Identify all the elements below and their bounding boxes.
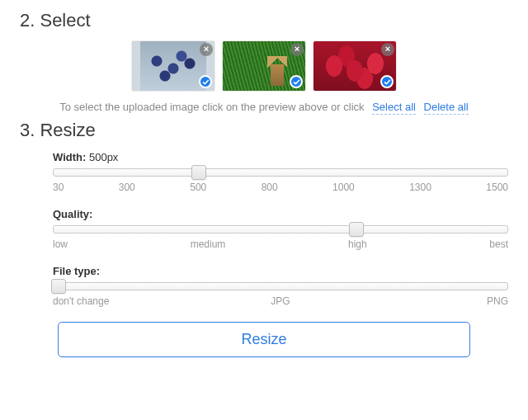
thumb-blueberries[interactable]: × (132, 41, 214, 91)
width-label-text: Width: (53, 151, 86, 163)
step-select-heading: 2. Select (20, 10, 508, 31)
slider-handle[interactable] (349, 222, 364, 237)
width-label: Width: 500px (53, 151, 508, 163)
select-all-link[interactable]: Select all (372, 101, 416, 115)
thumbnail-row: × × × (20, 41, 508, 91)
resize-button[interactable]: Resize (58, 322, 470, 357)
width-slider[interactable] (53, 168, 508, 177)
width-ticks: 30 300 500 800 1000 1300 1500 (53, 182, 508, 193)
step-resize-heading: 3. Resize (20, 120, 508, 141)
filetype-label: File type: (53, 265, 508, 277)
quality-ticks: low medium high best (53, 238, 508, 250)
instruction-text: To select the uploaded image click on th… (20, 101, 508, 113)
close-icon[interactable]: × (381, 43, 394, 56)
thumb-grass[interactable]: × (223, 41, 305, 91)
width-section: Width: 500px 30 300 500 800 1000 1300 15… (53, 151, 508, 193)
instruction-label: To select the uploaded image click on th… (59, 101, 364, 113)
filetype-ticks: don't change JPG PNG (53, 295, 508, 307)
thumb-strawberries[interactable]: × (314, 41, 396, 91)
selected-check-icon (290, 75, 303, 88)
close-icon[interactable]: × (200, 43, 213, 56)
slider-handle[interactable] (51, 279, 66, 294)
filetype-section: File type: don't change JPG PNG (53, 265, 508, 307)
quality-section: Quality: low medium high best (53, 208, 508, 250)
delete-all-link[interactable]: Delete all (424, 101, 469, 115)
width-value: 500px (89, 151, 118, 163)
slider-handle[interactable] (191, 165, 206, 180)
filetype-slider[interactable] (53, 282, 508, 290)
selected-check-icon (199, 75, 212, 88)
quality-slider[interactable] (53, 225, 508, 234)
quality-label: Quality: (53, 208, 508, 220)
selected-check-icon (380, 75, 394, 88)
close-icon[interactable]: × (290, 43, 304, 56)
